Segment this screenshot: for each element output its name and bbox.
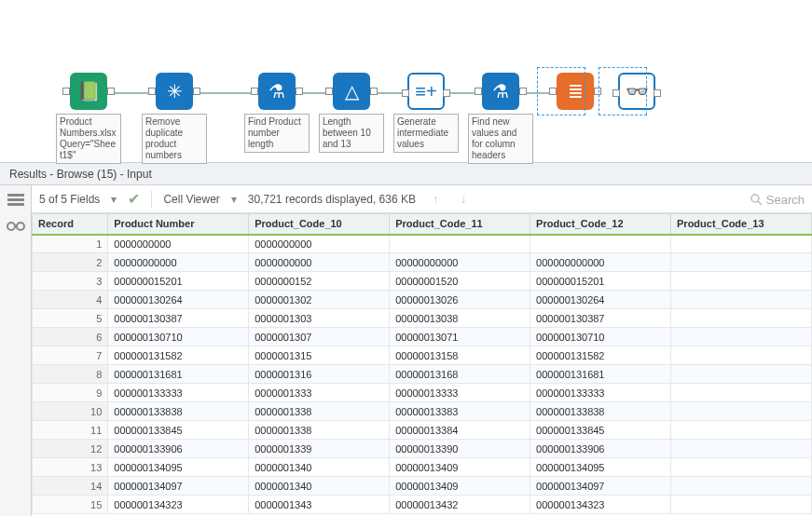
column-header[interactable]: Product_Code_13 [671, 214, 812, 235]
data-cell[interactable]: 0000001315 [249, 346, 390, 365]
data-cell[interactable] [671, 384, 812, 402]
cell-viewer-dropdown-icon[interactable]: ▾ [231, 193, 237, 206]
record-cell[interactable]: 7 [33, 346, 108, 365]
fields-dropdown-icon[interactable]: ▾ [111, 193, 117, 206]
port-in-icon[interactable] [251, 88, 258, 95]
data-cell[interactable]: 00000013071 [390, 328, 530, 346]
data-cell[interactable]: 00000000000 [390, 253, 530, 272]
data-cell[interactable]: 0000001338 [249, 421, 390, 440]
data-cell[interactable]: 00000013383 [390, 402, 530, 421]
data-cell[interactable]: 000000133845 [530, 421, 671, 440]
data-cell[interactable] [671, 309, 812, 328]
record-cell[interactable]: 1 [33, 235, 108, 253]
port-out-icon[interactable] [654, 89, 661, 97]
data-cell[interactable]: 00000013038 [390, 309, 530, 328]
data-cell[interactable] [671, 440, 812, 458]
data-cell[interactable]: 000000133333 [530, 384, 671, 402]
data-cell[interactable]: 000000015201 [108, 272, 249, 291]
data-cell[interactable]: 0000001338 [249, 402, 390, 421]
data-cell[interactable]: 000000131582 [530, 346, 671, 365]
record-cell[interactable]: 12 [33, 440, 108, 458]
table-row[interactable]: 1500000013432300000013430000001343200000… [33, 496, 812, 514]
data-cell[interactable]: 0000001333 [249, 384, 390, 402]
data-cell[interactable]: 000000134097 [108, 477, 249, 496]
workflow-node[interactable]: △Length between 10 and 13 [319, 73, 384, 153]
port-in-icon[interactable] [325, 88, 333, 95]
column-header[interactable]: Product Number [108, 214, 249, 235]
data-cell[interactable]: 00000013432 [390, 496, 530, 514]
data-cell[interactable]: 0000001340 [249, 477, 390, 496]
port-out-icon[interactable] [443, 89, 450, 97]
fields-summary[interactable]: 5 of 5 Fields [39, 193, 100, 206]
data-cell[interactable]: 00000013333 [390, 384, 530, 402]
data-cell[interactable]: 0000001343 [249, 496, 390, 514]
data-cell[interactable]: 00000013158 [390, 346, 530, 365]
workflow-node[interactable]: ⚗Find new values and for column headers [468, 73, 533, 164]
record-cell[interactable]: 6 [33, 328, 108, 346]
search-box[interactable]: Search [742, 185, 812, 213]
data-cell[interactable]: 0000001303 [249, 309, 390, 328]
record-cell[interactable]: 13 [33, 458, 108, 477]
data-cell[interactable]: 0000000000 [108, 235, 249, 253]
table-row[interactable]: 8000000131681000000131600000013168000000… [33, 365, 812, 384]
data-cell[interactable]: 000000134323 [108, 496, 249, 514]
rail-binoculars-icon[interactable] [5, 215, 27, 234]
data-cell[interactable]: 000000133906 [108, 440, 249, 458]
table-row[interactable]: 9000000133333000000133300000013333000000… [33, 384, 812, 402]
data-cell[interactable]: 0000000152 [249, 272, 390, 291]
workflow-node[interactable]: 📗Product Numbers.xlsx Query="Sheet1$" [56, 73, 121, 164]
port-in-icon[interactable] [475, 88, 482, 95]
data-cell[interactable]: 000000133906 [530, 440, 671, 458]
data-cell[interactable]: 000000133333 [108, 384, 249, 402]
table-row[interactable]: 5000000130387000000130300000013038000000… [33, 309, 812, 328]
table-row[interactable]: 1200000013390600000013390000001339000000… [33, 440, 812, 458]
port-out-icon[interactable] [296, 88, 303, 95]
data-cell[interactable] [671, 402, 812, 421]
data-cell[interactable]: 000000130264 [530, 291, 671, 309]
table-row[interactable]: 6000000130710000000130700000013071000000… [33, 328, 812, 346]
data-cell[interactable]: 000000130264 [108, 291, 249, 309]
table-row[interactable]: 7000000131582000000131500000013158000000… [33, 346, 812, 365]
data-cell[interactable] [671, 291, 812, 309]
data-cell[interactable]: 000000134323 [530, 496, 671, 514]
data-cell[interactable]: 000000015201 [530, 272, 671, 291]
data-cell[interactable] [671, 477, 812, 496]
record-cell[interactable]: 4 [33, 291, 108, 309]
data-cell[interactable]: 000000000000 [530, 253, 671, 272]
workflow-node[interactable]: ≡+Generate intermediate values [393, 73, 459, 153]
data-cell[interactable]: 0000001339 [249, 440, 390, 458]
cell-viewer-label[interactable]: Cell Viewer [163, 193, 219, 206]
data-cell[interactable]: 0000000000 [249, 253, 390, 272]
data-cell[interactable] [390, 235, 530, 253]
record-cell[interactable]: 3 [33, 272, 108, 291]
record-cell[interactable]: 2 [33, 253, 108, 272]
table-row[interactable]: 100000000000000000000 [33, 235, 812, 253]
port-out-icon[interactable] [370, 88, 378, 95]
arrow-up-icon[interactable]: ↑ [427, 191, 444, 208]
port-in-icon[interactable] [62, 88, 70, 95]
column-header[interactable]: Product_Code_10 [249, 214, 390, 235]
port-out-icon[interactable] [107, 88, 115, 95]
data-cell[interactable]: 00000013409 [390, 477, 530, 496]
data-cell[interactable]: 000000131681 [530, 365, 671, 384]
data-cell[interactable] [671, 496, 812, 514]
column-header[interactable]: Record [33, 214, 108, 235]
table-row[interactable]: 1300000013409500000013400000001340900000… [33, 458, 812, 477]
table-row[interactable]: 1400000013409700000013400000001340900000… [33, 477, 812, 496]
data-cell[interactable]: 000000133838 [108, 402, 249, 421]
data-cell[interactable] [671, 365, 812, 384]
record-cell[interactable]: 9 [33, 384, 108, 402]
table-row[interactable]: 1100000013384500000013380000001338400000… [33, 421, 812, 440]
rail-list-icon[interactable] [5, 191, 27, 210]
workflow-node[interactable]: 👓 [604, 73, 669, 110]
data-cell[interactable]: 00000000000 [108, 253, 249, 272]
table-row[interactable]: 4000000130264000000130200000013026000000… [33, 291, 812, 309]
data-cell[interactable]: 00000013026 [390, 291, 530, 309]
data-cell[interactable]: 000000130387 [108, 309, 249, 328]
column-header[interactable]: Product_Code_12 [530, 214, 671, 235]
port-out-icon[interactable] [193, 88, 200, 95]
data-cell[interactable]: 000000134095 [108, 458, 249, 477]
column-header[interactable]: Product_Code_11 [390, 214, 530, 235]
data-cell[interactable]: 00000013409 [390, 458, 530, 477]
data-cell[interactable]: 00000013390 [390, 440, 530, 458]
